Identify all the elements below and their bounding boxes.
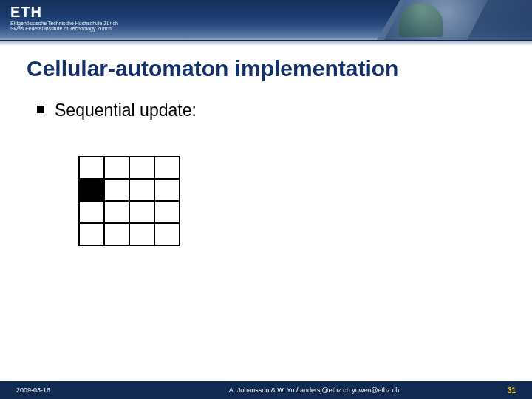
grid-cell xyxy=(79,201,104,223)
footer: 2009-03-16 A. Johansson & W. Yu / anders… xyxy=(0,381,532,399)
slide-body: Sequential update: xyxy=(0,81,532,246)
automaton-grid xyxy=(78,156,532,246)
grid-cell xyxy=(129,157,154,179)
slide-title: Cellular-automaton implementation xyxy=(0,46,532,81)
grid-cell xyxy=(154,179,180,201)
grid-cell xyxy=(79,223,104,245)
grid-cell xyxy=(79,157,104,179)
eth-logo-subtitle-2: Swiss Federal Institute of Technology Zu… xyxy=(10,26,118,31)
grid-cell xyxy=(129,201,154,223)
grid-cell xyxy=(104,223,129,245)
bullet-marker-icon xyxy=(37,106,44,113)
header-band: ETH Eidgenössische Technische Hochschule… xyxy=(0,0,532,46)
grid-cell xyxy=(154,201,180,223)
grid-cell xyxy=(104,201,129,223)
eth-logo: ETH Eidgenössische Technische Hochschule… xyxy=(10,4,118,31)
grid-cell xyxy=(154,157,180,179)
grid-cell xyxy=(129,223,154,245)
slide: ETH Eidgenössische Technische Hochschule… xyxy=(0,0,532,399)
grid-cell xyxy=(79,179,104,201)
eth-logo-subtitle-1: Eidgenössische Technische Hochschule Zür… xyxy=(10,21,118,26)
footer-page-number: 31 xyxy=(488,386,532,395)
footer-date: 2009-03-16 xyxy=(0,386,140,394)
grid-cell xyxy=(154,223,180,245)
grid-cell xyxy=(129,179,154,201)
grid-cell xyxy=(104,179,129,201)
automaton-grid-table xyxy=(78,156,180,246)
grid-cell xyxy=(104,157,129,179)
eth-logo-text: ETH xyxy=(10,4,118,19)
bullet-item: Sequential update: xyxy=(37,100,532,120)
footer-author: A. Johansson & W. Yu / andersj@ethz.ch y… xyxy=(140,386,488,394)
bullet-text: Sequential update: xyxy=(55,100,197,120)
